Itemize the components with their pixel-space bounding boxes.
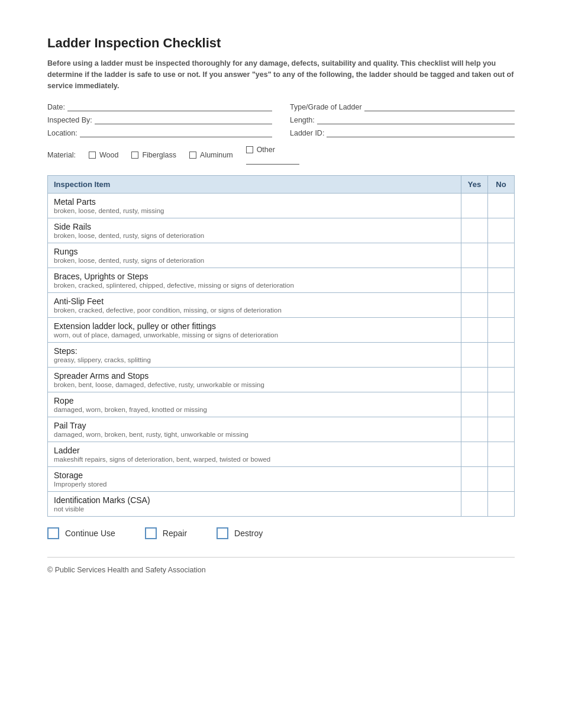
- aluminum-checkbox[interactable]: [189, 152, 196, 159]
- yes-cell[interactable]: [461, 243, 488, 268]
- form-row-2: Inspected By: Length:: [47, 115, 515, 124]
- item-desc: not visible: [54, 505, 455, 513]
- other-checkbox[interactable]: [246, 146, 253, 153]
- repair-checkbox[interactable]: [145, 527, 157, 539]
- table-row: Anti-Slip Feetbroken, cracked, defective…: [48, 293, 515, 318]
- no-cell[interactable]: [488, 442, 515, 467]
- footer-destroy[interactable]: Destroy: [217, 527, 263, 539]
- destroy-checkbox[interactable]: [217, 527, 228, 539]
- item-desc: broken, loose, dented, rusty, signs of d…: [54, 257, 455, 264]
- inspection-item-cell: Identification Marks (CSA)not visible: [48, 492, 461, 517]
- item-title: Side Rails: [54, 222, 455, 231]
- item-title: Rungs: [54, 247, 455, 256]
- item-title: Pail Tray: [54, 421, 455, 430]
- inspected-label: Inspected By:: [47, 116, 92, 124]
- yes-cell[interactable]: [461, 368, 488, 392]
- inspection-item-cell: Extension ladder lock, pulley or other f…: [48, 318, 461, 343]
- no-cell[interactable]: [488, 368, 515, 392]
- no-cell[interactable]: [488, 318, 515, 343]
- continue-label: Continue Use: [65, 529, 115, 538]
- location-field: Location:: [47, 128, 272, 137]
- no-cell[interactable]: [488, 343, 515, 368]
- material-aluminum[interactable]: Aluminum: [189, 151, 233, 159]
- location-underline[interactable]: [80, 128, 272, 137]
- location-label: Location:: [47, 129, 77, 137]
- material-other[interactable]: Other: [246, 146, 275, 154]
- table-row: Extension ladder lock, pulley or other f…: [48, 318, 515, 343]
- yes-cell[interactable]: [461, 492, 488, 517]
- material-wood[interactable]: Wood: [89, 151, 118, 159]
- item-title: Anti-Slip Feet: [54, 297, 455, 306]
- no-cell[interactable]: [488, 194, 515, 218]
- table-row: Side Railsbroken, loose, dented, rusty, …: [48, 218, 515, 243]
- continue-checkbox[interactable]: [47, 527, 59, 539]
- footer-continue[interactable]: Continue Use: [47, 527, 115, 539]
- table-row: Laddermakeshift repairs, signs of deteri…: [48, 442, 515, 467]
- inspected-underline[interactable]: [95, 115, 272, 124]
- item-desc: broken, loose, dented, rusty, signs of d…: [54, 232, 455, 239]
- table-row: Braces, Uprights or Stepsbroken, cracked…: [48, 268, 515, 293]
- length-field: Length:: [290, 115, 515, 124]
- no-cell[interactable]: [488, 293, 515, 318]
- footer-row: Continue Use Repair Destroy: [47, 527, 515, 539]
- page-title: Ladder Inspection Checklist: [47, 36, 515, 51]
- yes-cell[interactable]: [461, 318, 488, 343]
- inspection-item-cell: Metal Partsbroken, loose, dented, rusty,…: [48, 194, 461, 218]
- inspection-item-cell: Side Railsbroken, loose, dented, rusty, …: [48, 218, 461, 243]
- yes-cell[interactable]: [461, 467, 488, 492]
- wood-checkbox[interactable]: [89, 152, 96, 159]
- fiberglass-checkbox[interactable]: [131, 152, 138, 159]
- item-desc: broken, loose, dented, rusty, missing: [54, 207, 455, 214]
- ladderid-label: Ladder ID:: [290, 129, 324, 137]
- table-row: Rungsbroken, loose, dented, rusty, signs…: [48, 243, 515, 268]
- yes-cell[interactable]: [461, 392, 488, 417]
- other-underline[interactable]: [246, 156, 299, 165]
- fiberglass-label: Fiberglass: [142, 151, 176, 159]
- no-cell[interactable]: [488, 392, 515, 417]
- item-title: Ladder: [54, 446, 455, 455]
- col-header-item: Inspection Item: [48, 176, 461, 194]
- material-other-section: Other: [246, 146, 299, 165]
- table-row: Pail Traydamaged, worn, broken, bent, ru…: [48, 417, 515, 442]
- inspection-item-cell: Steps:greasy, slippery, cracks, splittin…: [48, 343, 461, 368]
- material-fiberglass[interactable]: Fiberglass: [131, 151, 176, 159]
- table-row: Identification Marks (CSA)not visible: [48, 492, 515, 517]
- no-cell[interactable]: [488, 218, 515, 243]
- yes-cell[interactable]: [461, 293, 488, 318]
- table-row: Steps:greasy, slippery, cracks, splittin…: [48, 343, 515, 368]
- item-title: Metal Parts: [54, 197, 455, 207]
- table-row: Spreader Arms and Stopsbroken, bent, loo…: [48, 368, 515, 392]
- item-title: Identification Marks (CSA): [54, 495, 455, 505]
- material-row: Material: Wood Fiberglass Aluminum Other: [47, 146, 515, 165]
- length-underline[interactable]: [317, 115, 515, 124]
- footer-repair[interactable]: Repair: [145, 527, 187, 539]
- yes-cell[interactable]: [461, 194, 488, 218]
- item-desc: greasy, slippery, cracks, splitting: [54, 356, 455, 363]
- type-field: Type/Grade of Ladder: [290, 102, 515, 111]
- other-label: Other: [257, 146, 275, 154]
- yes-cell[interactable]: [461, 343, 488, 368]
- no-cell[interactable]: [488, 268, 515, 293]
- inspected-field: Inspected By:: [47, 115, 272, 124]
- no-cell[interactable]: [488, 467, 515, 492]
- no-cell[interactable]: [488, 492, 515, 517]
- yes-cell[interactable]: [461, 268, 488, 293]
- item-desc: damaged, worn, broken, frayed, knotted o…: [54, 406, 455, 413]
- no-cell[interactable]: [488, 417, 515, 442]
- item-title: Steps:: [54, 346, 455, 356]
- col-header-yes: Yes: [461, 176, 488, 194]
- no-cell[interactable]: [488, 243, 515, 268]
- yes-cell[interactable]: [461, 218, 488, 243]
- table-header-row: Inspection Item Yes No: [48, 176, 515, 194]
- item-desc: worn, out of place, damaged, unworkable,…: [54, 331, 455, 339]
- yes-cell[interactable]: [461, 442, 488, 467]
- inspection-item-cell: Laddermakeshift repairs, signs of deteri…: [48, 442, 461, 467]
- date-underline[interactable]: [67, 102, 272, 111]
- repair-label: Repair: [163, 529, 187, 538]
- yes-cell[interactable]: [461, 417, 488, 442]
- date-label: Date:: [47, 103, 65, 111]
- wood-label: Wood: [99, 151, 118, 159]
- ladderid-underline[interactable]: [327, 128, 515, 137]
- inspection-item-cell: Ropedamaged, worn, broken, frayed, knott…: [48, 392, 461, 417]
- type-underline[interactable]: [364, 102, 515, 111]
